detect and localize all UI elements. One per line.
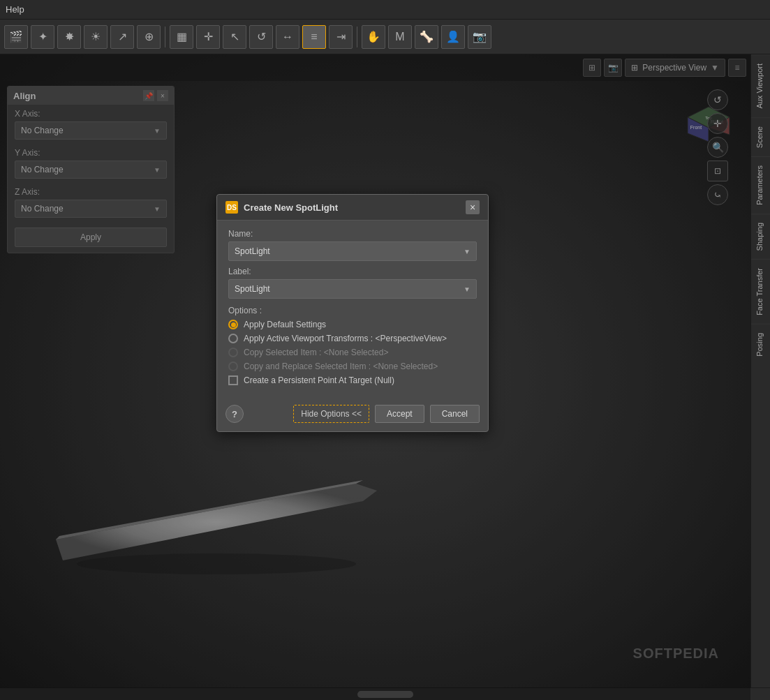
- scale-icon[interactable]: ↔: [276, 25, 299, 49]
- dialog-close-button[interactable]: ×: [466, 200, 480, 214]
- dialog-footer: ? Hide Options << Accept Cancel: [217, 401, 488, 431]
- checkbox-row: Create a Persistent Point At Target (Nul…: [228, 375, 477, 385]
- menu-bar: Help: [0, 0, 770, 20]
- photo-icon[interactable]: 📷: [468, 25, 491, 49]
- option3-row: Copy Selected Item : <None Selected>: [228, 348, 477, 357]
- option2-radio[interactable]: [228, 334, 238, 343]
- dialog-title-area: DS Create New SpotLight: [225, 201, 338, 214]
- option4-radio: [228, 362, 238, 371]
- sun-icon[interactable]: ☀: [84, 25, 108, 49]
- option4-row: Copy and Replace Selected Item : <None S…: [228, 362, 477, 371]
- label-dropdown-arrow: ▼: [464, 285, 471, 293]
- accept-button[interactable]: Accept: [375, 405, 424, 423]
- option3-label: Copy Selected Item : <None Selected>: [244, 348, 388, 357]
- sparkle-icon[interactable]: ✸: [57, 25, 81, 49]
- options-label: Options :: [228, 306, 477, 315]
- morph-icon[interactable]: M: [388, 25, 412, 49]
- separator-2: [357, 27, 357, 47]
- persistent-point-checkbox[interactable]: [228, 375, 238, 385]
- parameters-tab[interactable]: Parameters: [751, 156, 770, 214]
- hide-options-button[interactable]: Hide Options <<: [293, 405, 369, 423]
- circle-icon[interactable]: ⊕: [137, 25, 161, 49]
- viewport[interactable]: ⊞ 📷 ⊞ Perspective View ▼ ≡: [0, 54, 750, 700]
- cancel-button[interactable]: Cancel: [430, 405, 480, 423]
- name-dropdown-arrow: ▼: [464, 248, 471, 255]
- select-icon[interactable]: ↖: [223, 25, 246, 49]
- grid-icon[interactable]: ▦: [170, 25, 193, 49]
- dialog-title: Create New SpotLight: [244, 202, 338, 213]
- face-transfer-tab[interactable]: Face Transfer: [751, 259, 770, 324]
- posing-tab[interactable]: Posing: [751, 324, 770, 365]
- option1-row: Apply Default Settings: [228, 320, 477, 329]
- option4-label: Copy and Replace Selected Item : <None S…: [244, 362, 438, 371]
- hand-icon[interactable]: ✋: [362, 25, 385, 49]
- option1-radio[interactable]: [228, 320, 238, 329]
- star-icon[interactable]: ✦: [31, 25, 54, 49]
- checkbox-label: Create a Persistent Point At Target (Nul…: [244, 375, 394, 385]
- help-menu[interactable]: Help: [6, 4, 24, 15]
- scene-tab[interactable]: Scene: [751, 117, 770, 156]
- label-dropdown[interactable]: SpotLight ▼: [228, 279, 477, 299]
- toolbar: 🎬 ✦ ✸ ☀ ↗ ⊕ ▦ ✛ ↖ ↺ ↔ ≡ ⇥ ✋ M 🦴 👤 📷: [0, 20, 770, 54]
- transform-icon[interactable]: ≡: [302, 25, 326, 49]
- modal-overlay: DS Create New SpotLight × Name: SpotLigh…: [0, 54, 750, 700]
- create-spotlight-dialog: DS Create New SpotLight × Name: SpotLigh…: [216, 194, 489, 432]
- arrow-icon[interactable]: ⇥: [329, 25, 353, 49]
- name-value: SpotLight: [235, 246, 270, 256]
- label-value: SpotLight: [235, 284, 270, 294]
- shaping-tab[interactable]: Shaping: [751, 214, 770, 259]
- option2-label: Apply Active Viewport Transforms : <Pers…: [244, 334, 447, 343]
- figure-icon[interactable]: 👤: [441, 25, 465, 49]
- move-icon[interactable]: ✛: [196, 25, 220, 49]
- dialog-body: Name: SpotLight ▼ Label: SpotLight ▼ Opt…: [217, 221, 488, 401]
- dialog-app-icon: DS: [225, 201, 238, 214]
- option1-label: Apply Default Settings: [244, 320, 326, 329]
- label-field-label: Label:: [228, 267, 477, 276]
- name-field-label: Name:: [228, 229, 477, 239]
- dialog-header: DS Create New SpotLight ×: [217, 195, 488, 221]
- bones-icon[interactable]: 🦴: [415, 25, 438, 49]
- right-panel: Aux Viewport Scene Parameters Shaping Fa…: [750, 54, 770, 700]
- option2-row: Apply Active Viewport Transforms : <Pers…: [228, 334, 477, 343]
- rotate-icon[interactable]: ↺: [249, 25, 273, 49]
- name-dropdown[interactable]: SpotLight ▼: [228, 241, 477, 261]
- option3-radio: [228, 348, 238, 357]
- camera-icon[interactable]: 🎬: [4, 25, 28, 49]
- main-area: ⊞ 📷 ⊞ Perspective View ▼ ≡: [0, 54, 770, 700]
- aux-viewport-tab[interactable]: Aux Viewport: [751, 54, 770, 117]
- help-button[interactable]: ?: [225, 405, 244, 423]
- separator-1: [165, 27, 165, 47]
- cursor-icon[interactable]: ↗: [110, 25, 134, 49]
